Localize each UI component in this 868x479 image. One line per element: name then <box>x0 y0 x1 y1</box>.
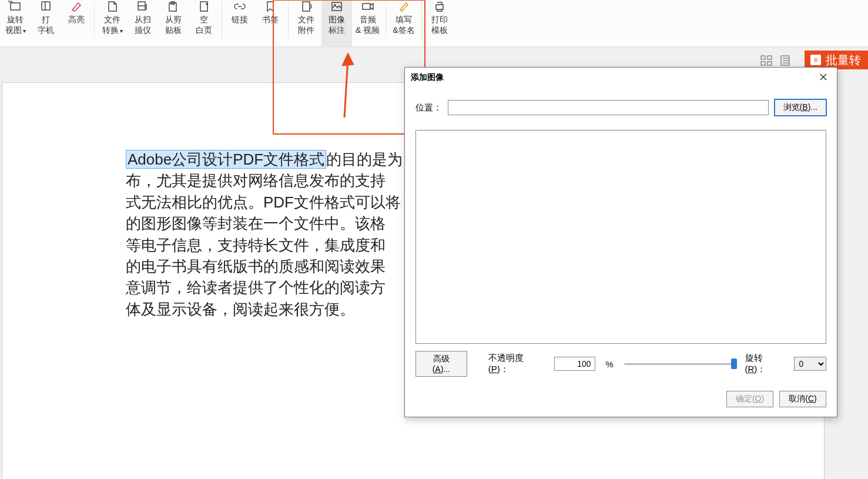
bookmark-icon <box>262 0 279 13</box>
from-scanner-label: 从扫描仪 <box>135 14 151 35</box>
fill-sign-button[interactable]: 填写&签名 <box>388 0 419 46</box>
image-preview <box>415 130 826 344</box>
browse-button[interactable]: 浏览(B)... <box>775 99 826 116</box>
chevron-down-icon: ▾ <box>23 28 26 34</box>
image-annotation-button[interactable]: 图像标注 <box>321 0 352 46</box>
slider-track <box>624 363 735 365</box>
single-page-button[interactable] <box>779 55 792 66</box>
separator <box>288 2 289 38</box>
from-clipboard-label: 从剪贴板 <box>165 14 182 35</box>
print-template-button[interactable]: 打印模板 <box>424 0 455 46</box>
separator <box>421 2 422 38</box>
blank-page-icon <box>196 0 212 13</box>
typewriter-label: 打字机 <box>38 14 54 35</box>
opacity-slider[interactable] <box>624 358 735 370</box>
typewriter-icon <box>38 0 54 13</box>
svg-rect-2 <box>768 56 772 59</box>
clipboard-icon <box>165 0 182 13</box>
rotate-select[interactable]: 0 <box>794 357 826 371</box>
audio-video-label: 音频& 视频 <box>356 14 380 35</box>
bookmark-button[interactable]: 书签 <box>255 0 286 46</box>
audio-video-button[interactable]: 音频& 视频 <box>352 0 383 46</box>
percent-label: % <box>606 359 614 369</box>
svg-rect-4 <box>768 62 772 65</box>
bookmark-label: 书签 <box>262 14 279 25</box>
location-row: 位置： 浏览(B)... <box>415 99 826 116</box>
file-convert-button[interactable]: 文件转换▾ <box>97 0 128 46</box>
dialog-body: 位置： 浏览(B)... 高级(A)... 不透明度(P)： % 旋转(R)： <box>405 88 837 385</box>
pencil-icon <box>396 0 412 13</box>
svg-point-0 <box>334 4 336 6</box>
advanced-button[interactable]: 高级(A)... <box>415 351 467 377</box>
options-row: 高级(A)... 不透明度(P)： % 旋转(R)： 0 <box>415 344 826 379</box>
file-convert-label: 文件转换 <box>102 15 121 35</box>
location-label: 位置： <box>415 102 442 113</box>
svg-rect-1 <box>761 56 765 59</box>
document-icon: ≡ <box>810 55 821 65</box>
location-input[interactable] <box>448 100 769 115</box>
video-icon <box>360 0 376 13</box>
opacity-label: 不透明度(P)： <box>488 353 544 375</box>
slider-thumb[interactable] <box>731 359 737 369</box>
file-attachment-button[interactable]: 文件附件 <box>291 0 321 46</box>
opacity-input[interactable] <box>554 357 595 371</box>
dialog-titlebar[interactable]: 添加图像 <box>405 68 837 88</box>
view-mode-controls <box>760 55 792 66</box>
attachment-icon <box>298 0 314 13</box>
ribbon-toolbar: 旋转视图▾ 打字机 高亮 文件转换▾ 从扫描仪 从剪贴板 空白页 <box>0 0 868 47</box>
blank-page-button[interactable]: 空白页 <box>189 0 219 46</box>
highlight-icon <box>68 0 85 13</box>
dialog-title: 添加图像 <box>411 72 444 83</box>
rotate-view-label: 旋转视图 <box>5 15 24 35</box>
blank-page-label: 空白页 <box>196 14 212 35</box>
link-button[interactable]: 链接 <box>224 0 255 46</box>
from-scanner-button[interactable]: 从扫描仪 <box>128 0 158 46</box>
separator <box>94 2 95 38</box>
scanner-icon <box>135 0 151 13</box>
highlight-button[interactable]: 高亮 <box>61 0 92 46</box>
grid-view-button[interactable] <box>760 55 773 66</box>
separator <box>386 2 386 38</box>
rotate-label: 旋转(R)： <box>745 353 783 375</box>
svg-rect-3 <box>761 62 765 65</box>
file-attachment-label: 文件附件 <box>298 14 314 35</box>
link-icon <box>232 0 248 13</box>
image-annotation-label: 图像标注 <box>329 14 345 35</box>
from-clipboard-button[interactable]: 从剪贴板 <box>158 0 189 46</box>
ok-button[interactable]: 确定(O) <box>726 391 773 407</box>
image-icon <box>329 0 345 13</box>
chevron-down-icon: ▾ <box>120 28 123 34</box>
typewriter-button[interactable]: 打字机 <box>31 0 61 46</box>
fill-sign-label: 填写&签名 <box>393 14 415 35</box>
link-label: 链接 <box>232 14 248 25</box>
selected-text[interactable]: Adobe公司设计PDF文件格式 <box>126 150 326 169</box>
print-template-label: 打印模板 <box>431 14 448 35</box>
print-icon <box>431 0 448 13</box>
batch-convert-label: 批量转 <box>826 52 861 68</box>
add-image-dialog: 添加图像 位置： 浏览(B)... 高级(A)... 不透明度(P)： % <box>404 67 837 417</box>
rotate-view-button[interactable]: 旋转视图▾ <box>0 0 31 46</box>
highlight-label: 高亮 <box>68 14 85 25</box>
cancel-button[interactable]: 取消(C) <box>779 391 826 407</box>
separator <box>222 2 222 38</box>
dialog-footer: 确定(O) 取消(C) <box>405 385 837 417</box>
file-icon <box>104 0 120 13</box>
close-icon <box>819 73 827 81</box>
close-button[interactable] <box>816 71 831 84</box>
rotate-icon <box>7 0 24 13</box>
